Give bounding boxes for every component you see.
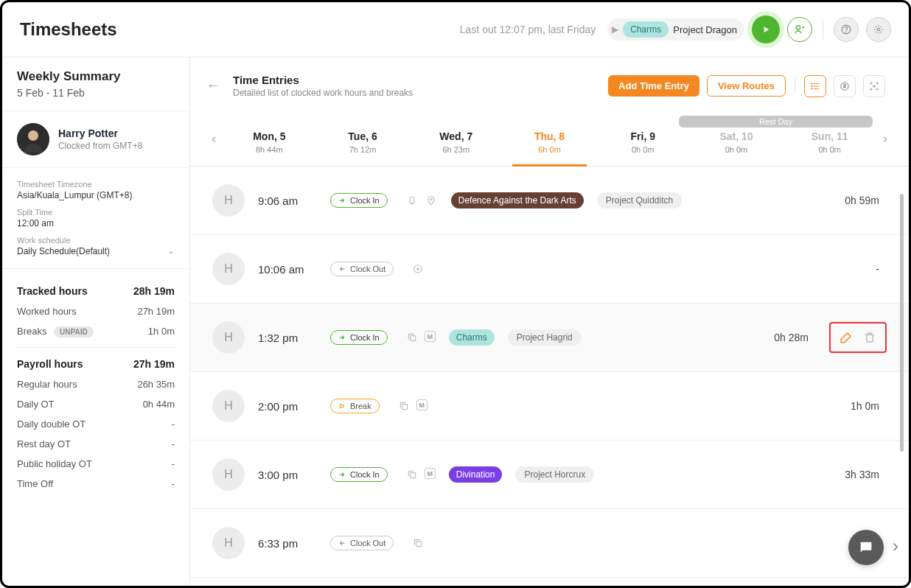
copy-icon <box>405 468 419 481</box>
tracked-label: Tracked hours <box>17 285 88 297</box>
sched-value: Daily Schedule(Default) <box>17 246 110 256</box>
day-label: Fri, 9 <box>596 130 690 142</box>
entry-avatar: H <box>212 253 245 285</box>
breaks-value: 1h 0m <box>148 326 175 337</box>
user-add-button[interactable] <box>787 17 812 42</box>
prev-week-button[interactable]: ‹ <box>205 131 223 147</box>
time-entry-row[interactable]: H 1:32 pm Clock In M CharmsProject Hagri… <box>190 304 909 372</box>
tracker-pill[interactable]: ▶ Charms Project Dragon <box>607 18 744 41</box>
time-entry-row[interactable]: H 9:06 am Clock In Defence Against the D… <box>190 167 909 235</box>
svg-rect-18 <box>410 336 415 341</box>
settings-button[interactable] <box>866 17 891 42</box>
day-tab[interactable]: Thu, 86h 0m <box>503 111 596 166</box>
day-hours: 8h 44m <box>223 145 316 154</box>
day-label: Thu, 8 <box>503 130 596 142</box>
add-time-entry-button[interactable]: Add Time Entry <box>608 75 699 97</box>
time-entry-row[interactable]: H 3:00 pm Clock In M DivinationProject H… <box>190 441 909 509</box>
page-title: Timesheets <box>20 19 117 40</box>
unpaid-badge: UNPAID <box>54 326 94 337</box>
scrollbar[interactable] <box>900 194 904 452</box>
entry-type-pill: Clock In <box>330 193 388 208</box>
ddot-label: Daily double OT <box>17 419 85 430</box>
sched-label: Work schedule <box>17 236 175 245</box>
entry-duration: 0h 28m <box>774 332 809 343</box>
pin-icon <box>425 194 438 207</box>
view-routes-button[interactable]: View Routes <box>707 75 786 97</box>
summary-range: 5 Feb - 11 Feb <box>17 87 175 99</box>
user-clocked-from: Clocked from GMT+8 <box>58 141 142 151</box>
day-label: Tue, 6 <box>316 130 410 142</box>
tz-label: Timesheet Timezone <box>17 180 175 189</box>
entry-time: 3:00 pm <box>258 469 317 481</box>
svg-point-10 <box>811 85 812 86</box>
help-button[interactable] <box>834 17 859 42</box>
day-label: Sat, 10 <box>690 130 783 142</box>
sched-select[interactable]: Daily Schedule(Default) ⌄ <box>17 245 175 256</box>
activity-tag: Charms <box>449 329 495 346</box>
day-hours: 0h 0m <box>690 145 783 154</box>
device-icon <box>405 194 419 207</box>
svg-point-16 <box>430 199 432 200</box>
summary-title: Weekly Summary <box>17 69 175 84</box>
day-tab[interactable]: Wed, 76h 23m <box>409 111 503 166</box>
entry-avatar: H <box>212 458 245 491</box>
split-value: 12:00 am <box>17 218 175 228</box>
chevron-down-icon: ⌄ <box>167 245 175 256</box>
entry-duration: - <box>876 263 879 275</box>
day-tab[interactable]: Sun, 110h 0m <box>783 111 876 166</box>
day-label: Mon, 5 <box>223 130 316 142</box>
time-entry-row[interactable]: H 6:33 pm Clock Out - <box>190 509 909 578</box>
last-out-text: Last out 12:07 pm, last Friday <box>460 24 596 35</box>
tz-value: Asia/Kuala_Lumpur (GMT+8) <box>17 190 175 200</box>
main-title: Time Entries <box>233 74 413 86</box>
time-entry-row[interactable]: H 2:00 pm Break M 1h 0m <box>190 372 909 441</box>
worked-label: Worked hours <box>17 306 77 317</box>
regular-label: Regular hours <box>17 379 77 390</box>
start-tracker-button[interactable] <box>752 15 780 43</box>
worked-value: 27h 19m <box>137 306 175 317</box>
svg-point-15 <box>411 203 412 203</box>
chat-widget[interactable] <box>848 530 884 565</box>
svg-point-13 <box>873 85 875 86</box>
delete-icon[interactable] <box>863 331 876 344</box>
tracker-project: Project Dragon <box>673 24 737 35</box>
day-tab[interactable]: Sat, 100h 0m <box>690 111 783 166</box>
svg-point-5 <box>28 130 38 141</box>
back-arrow[interactable]: ← <box>206 78 220 94</box>
svg-point-11 <box>811 88 812 88</box>
day-hours: 6h 0m <box>503 145 596 154</box>
phot-value: - <box>172 458 175 469</box>
timeoff-label: Time Off <box>17 478 53 489</box>
entry-avatar: H <box>212 184 245 217</box>
timeoff-value: - <box>172 478 175 489</box>
dollar-view-button[interactable] <box>834 75 856 97</box>
side-expand-icon[interactable]: › <box>893 536 898 556</box>
breaks-label: Breaks <box>17 326 46 337</box>
svg-point-3 <box>877 28 880 31</box>
restot-label: Rest day OT <box>17 438 71 449</box>
entry-type-pill: Clock Out <box>330 262 394 276</box>
focus-view-button[interactable] <box>863 75 885 97</box>
edit-icon[interactable] <box>840 331 853 344</box>
day-tab[interactable]: Fri, 90h 0m <box>596 111 690 166</box>
time-entry-row[interactable]: H 10:06 am Clock Out - <box>190 235 909 304</box>
play-icon: ▶ <box>612 24 618 35</box>
dailyot-label: Daily OT <box>17 399 55 410</box>
copy-icon <box>405 331 419 344</box>
next-week-button[interactable]: › <box>876 131 894 147</box>
tracked-value: 28h 19m <box>133 285 175 297</box>
entry-type-pill: Clock Out <box>330 536 394 550</box>
day-hours: 0h 0m <box>596 145 690 154</box>
day-hours: 0h 0m <box>783 145 876 154</box>
list-view-button[interactable] <box>804 75 826 97</box>
restot-value: - <box>172 438 175 449</box>
stop-icon <box>411 262 425 276</box>
entry-type-pill: Clock In <box>330 467 388 482</box>
day-hours: 6h 23m <box>409 145 503 154</box>
svg-rect-20 <box>410 473 415 478</box>
entry-time: 2:00 pm <box>258 400 317 413</box>
entry-avatar: H <box>212 390 245 422</box>
day-tab[interactable]: Mon, 58h 44m <box>223 111 316 166</box>
day-tab[interactable]: Tue, 67h 12m <box>316 111 410 166</box>
split-label: Split Time <box>17 208 175 217</box>
